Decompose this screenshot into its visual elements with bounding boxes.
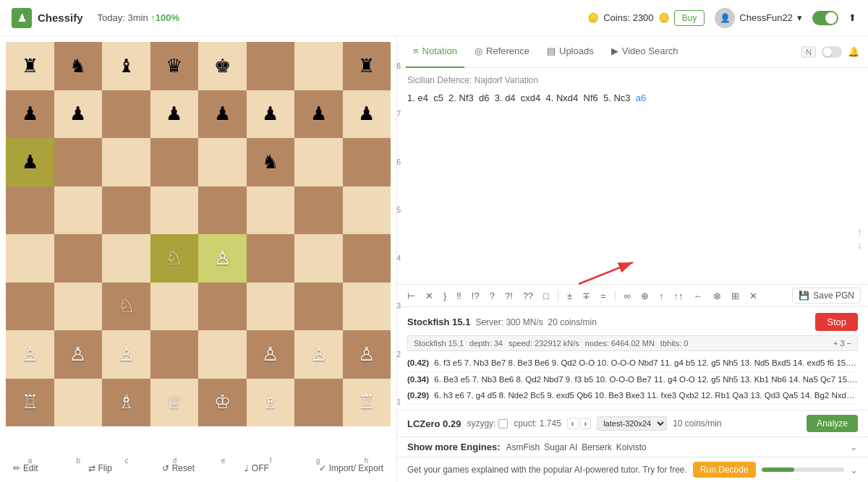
square[interactable]: ♘ [102,283,150,331]
square[interactable]: ♟ [247,90,295,139]
engine-koivisto[interactable]: Koivisto [616,442,647,452]
square[interactable] [294,234,343,283]
square[interactable]: ♝ [102,42,150,90]
square[interactable] [102,186,150,235]
tab-notation[interactable]: ≡ Notation [406,36,464,68]
square[interactable]: ♗ [247,379,295,427]
tab-video-search[interactable]: ▶ Video Search [604,36,686,68]
ann-eq-plus[interactable]: ∓ [579,289,593,303]
square[interactable] [247,283,295,331]
tutor-chevron[interactable]: ⌄ [850,465,858,475]
analyze-button[interactable]: Analyze [807,415,858,432]
ann-bad[interactable]: ✕ [422,289,436,303]
square[interactable] [102,90,150,139]
ann-comp[interactable]: ⊗ [710,289,724,303]
ann-brilliant[interactable]: ‼ [454,289,464,303]
square[interactable] [294,138,343,186]
square[interactable] [54,283,103,331]
buy-button[interactable]: Buy [674,10,705,26]
engine-sugarai[interactable]: Sugar AI [544,442,577,452]
square[interactable] [294,186,343,235]
square[interactable]: ♖ [343,379,391,427]
ann-with[interactable]: ⊕ [638,289,652,303]
model-select[interactable]: latest-320x24 [597,416,667,431]
square[interactable] [54,234,103,283]
square[interactable]: ♜ [6,42,54,90]
user-area[interactable]: 👤 ChessFun22 ▾ [715,8,802,28]
square[interactable] [102,234,150,283]
logo[interactable]: ♟ Chessify [12,8,83,28]
ann-plus-eq[interactable]: ± [564,289,575,303]
toggle2[interactable] [822,46,842,58]
square[interactable] [6,234,54,283]
stop-button[interactable]: Stop [815,313,858,331]
ann-blunder[interactable]: ?? [520,289,536,303]
square[interactable] [6,283,54,331]
engine-asmfish[interactable]: AsmFish [506,442,540,452]
square[interactable]: ♗ [102,379,150,427]
ann-dubious[interactable]: ? [487,289,498,303]
square[interactable]: ♕ [150,379,199,427]
square[interactable]: ♖ [6,379,54,427]
collapse-icon[interactable]: ⬆ [848,12,856,23]
square[interactable] [294,379,343,427]
square[interactable] [6,186,54,235]
square[interactable] [150,330,199,379]
square[interactable]: ♙ [343,330,391,379]
ann-interesting[interactable]: !? [469,289,482,303]
ann-time[interactable]: ⊞ [728,289,742,303]
ann-del[interactable]: ✕ [746,289,760,303]
square[interactable] [294,42,343,90]
chess-board[interactable]: ♜♞♝♛♚♜♟♟♟♟♟♟♟♟♞♘♙♘♙♙♙♙♙♙♖♗♕♔♗♖ [6,42,391,426]
theme-toggle[interactable] [812,11,838,25]
ann-good[interactable]: } [441,289,449,303]
ann-space[interactable]: ← [691,289,706,303]
ann-attack[interactable]: ↑ [656,289,667,303]
square[interactable]: ♟ [343,90,391,139]
plus-minus[interactable]: + 3 − [833,339,851,348]
square[interactable] [198,330,247,379]
square[interactable] [198,186,247,235]
ann-square[interactable]: □ [540,289,552,303]
square[interactable]: ♙ [247,330,295,379]
square[interactable] [54,138,103,186]
square[interactable] [294,283,343,331]
square[interactable] [343,234,391,283]
square[interactable]: ♜ [343,42,391,90]
show-more-chevron[interactable]: ⌄ [850,442,858,452]
square[interactable]: ♟ [198,90,247,139]
bell-icon[interactable]: 🔔 [848,46,859,57]
square[interactable]: ♟ [294,90,343,139]
square[interactable] [102,138,150,186]
square[interactable]: ♘ [150,234,199,283]
square[interactable]: ♟ [54,90,103,139]
square[interactable] [247,234,295,283]
save-pgn-button[interactable]: 💾 Save PGN [792,288,861,304]
square[interactable]: ♙ [294,330,343,379]
square[interactable]: ♟ [150,90,199,139]
square[interactable]: ♙ [198,234,247,283]
last-move[interactable]: a6 [636,92,646,103]
syzygy-checkbox[interactable] [498,419,508,429]
scroll-indicator[interactable]: ↑ ↓ [857,226,862,251]
ann-mistake[interactable]: ?! [502,289,516,303]
cpuct-dec[interactable]: ‹ [567,418,579,429]
square[interactable]: ♟ [6,138,54,186]
square[interactable] [54,186,103,235]
tab-uploads[interactable]: ▤ Uploads [540,36,601,68]
square[interactable]: ♞ [247,138,295,186]
square[interactable]: ♟ [6,90,54,139]
square[interactable] [198,138,247,186]
square[interactable]: ♚ [198,42,247,90]
square[interactable] [150,283,199,331]
tab-reference[interactable]: ◎ Reference [467,36,537,68]
square[interactable] [343,186,391,235]
cpuct-inc[interactable]: › [580,418,592,429]
ann-start[interactable]: ⊢ [404,289,418,303]
engine-berserk[interactable]: Berserk [582,442,611,452]
square[interactable] [247,42,295,90]
scroll-down-icon[interactable]: ↓ [857,239,862,251]
square[interactable] [54,379,103,427]
square[interactable]: ♔ [198,379,247,427]
square[interactable] [150,186,199,235]
